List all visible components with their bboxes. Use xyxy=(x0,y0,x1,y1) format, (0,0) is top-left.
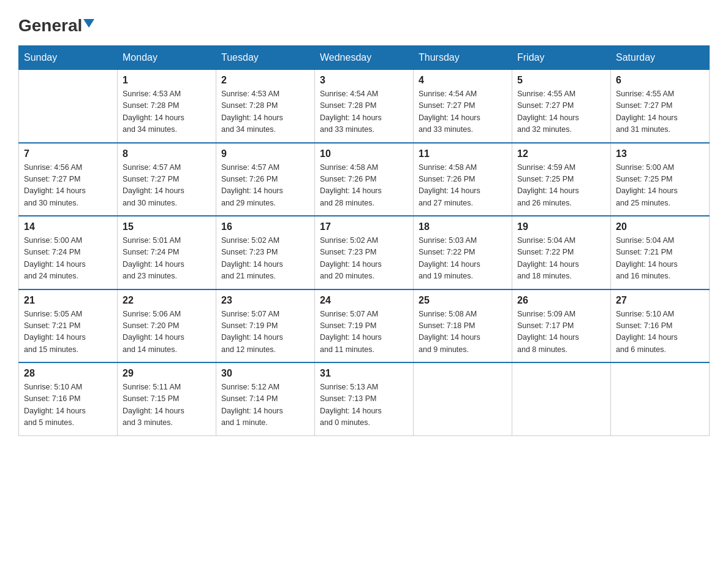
logo-triangle-icon xyxy=(83,19,94,28)
day-info: Sunrise: 4:55 AM Sunset: 7:27 PM Dayligh… xyxy=(616,88,704,136)
day-info: Sunrise: 4:55 AM Sunset: 7:27 PM Dayligh… xyxy=(517,88,605,136)
day-info: Sunrise: 5:03 AM Sunset: 7:22 PM Dayligh… xyxy=(419,235,507,283)
day-info: Sunrise: 5:12 AM Sunset: 7:14 PM Dayligh… xyxy=(221,381,309,429)
day-info: Sunrise: 5:00 AM Sunset: 7:24 PM Dayligh… xyxy=(24,235,112,283)
day-number: 14 xyxy=(24,221,112,232)
calendar-week-row: 28Sunrise: 5:10 AM Sunset: 7:16 PM Dayli… xyxy=(19,362,710,435)
day-info: Sunrise: 5:02 AM Sunset: 7:23 PM Dayligh… xyxy=(221,235,309,283)
day-info: Sunrise: 5:10 AM Sunset: 7:16 PM Dayligh… xyxy=(616,308,704,356)
calendar-day-cell: 9Sunrise: 4:57 AM Sunset: 7:26 PM Daylig… xyxy=(216,143,315,216)
day-number: 15 xyxy=(123,221,211,232)
calendar-day-cell: 13Sunrise: 5:00 AM Sunset: 7:25 PM Dayli… xyxy=(611,143,710,216)
calendar-day-cell: 4Sunrise: 4:54 AM Sunset: 7:27 PM Daylig… xyxy=(414,70,512,143)
calendar-week-row: 21Sunrise: 5:05 AM Sunset: 7:21 PM Dayli… xyxy=(19,289,710,363)
calendar-day-cell: 21Sunrise: 5:05 AM Sunset: 7:21 PM Dayli… xyxy=(19,289,118,363)
day-number: 22 xyxy=(123,295,211,306)
day-number: 29 xyxy=(123,368,211,379)
day-number: 6 xyxy=(616,75,704,86)
calendar-day-cell xyxy=(19,70,118,143)
calendar-header-row: SundayMondayTuesdayWednesdayThursdayFrid… xyxy=(19,46,710,70)
calendar-day-cell xyxy=(611,362,710,435)
calendar-header-wednesday: Wednesday xyxy=(315,46,414,70)
calendar-day-cell: 19Sunrise: 5:04 AM Sunset: 7:22 PM Dayli… xyxy=(512,216,611,289)
day-info: Sunrise: 4:53 AM Sunset: 7:28 PM Dayligh… xyxy=(221,88,309,136)
calendar-day-cell: 26Sunrise: 5:09 AM Sunset: 7:17 PM Dayli… xyxy=(512,289,611,363)
calendar-day-cell: 31Sunrise: 5:13 AM Sunset: 7:13 PM Dayli… xyxy=(315,362,414,435)
day-info: Sunrise: 5:13 AM Sunset: 7:13 PM Dayligh… xyxy=(320,381,408,429)
day-number: 17 xyxy=(320,221,408,232)
day-number: 25 xyxy=(419,295,507,306)
day-number: 28 xyxy=(24,368,112,379)
day-info: Sunrise: 5:10 AM Sunset: 7:16 PM Dayligh… xyxy=(24,381,112,429)
calendar-week-row: 1Sunrise: 4:53 AM Sunset: 7:28 PM Daylig… xyxy=(19,70,710,143)
calendar-day-cell: 24Sunrise: 5:07 AM Sunset: 7:19 PM Dayli… xyxy=(315,289,414,363)
day-number: 4 xyxy=(419,75,507,86)
calendar-day-cell: 23Sunrise: 5:07 AM Sunset: 7:19 PM Dayli… xyxy=(216,289,315,363)
calendar-header-tuesday: Tuesday xyxy=(216,46,315,70)
logo: General xyxy=(18,17,94,34)
calendar-day-cell: 2Sunrise: 4:53 AM Sunset: 7:28 PM Daylig… xyxy=(216,70,315,143)
calendar-day-cell: 29Sunrise: 5:11 AM Sunset: 7:15 PM Dayli… xyxy=(118,362,216,435)
day-number: 18 xyxy=(419,221,507,232)
day-info: Sunrise: 4:58 AM Sunset: 7:26 PM Dayligh… xyxy=(419,162,507,210)
day-info: Sunrise: 4:57 AM Sunset: 7:27 PM Dayligh… xyxy=(123,162,211,210)
calendar-day-cell: 6Sunrise: 4:55 AM Sunset: 7:27 PM Daylig… xyxy=(611,70,710,143)
day-number: 27 xyxy=(616,295,704,306)
day-info: Sunrise: 4:54 AM Sunset: 7:27 PM Dayligh… xyxy=(419,88,507,136)
calendar-day-cell: 17Sunrise: 5:02 AM Sunset: 7:23 PM Dayli… xyxy=(315,216,414,289)
calendar-day-cell xyxy=(512,362,611,435)
day-info: Sunrise: 5:04 AM Sunset: 7:21 PM Dayligh… xyxy=(616,235,704,283)
day-number: 7 xyxy=(24,148,112,159)
calendar-header-saturday: Saturday xyxy=(611,46,710,70)
calendar-day-cell: 18Sunrise: 5:03 AM Sunset: 7:22 PM Dayli… xyxy=(414,216,512,289)
day-info: Sunrise: 4:56 AM Sunset: 7:27 PM Dayligh… xyxy=(24,162,112,210)
day-number: 21 xyxy=(24,295,112,306)
day-info: Sunrise: 5:02 AM Sunset: 7:23 PM Dayligh… xyxy=(320,235,408,283)
calendar-week-row: 14Sunrise: 5:00 AM Sunset: 7:24 PM Dayli… xyxy=(19,216,710,289)
day-info: Sunrise: 5:09 AM Sunset: 7:17 PM Dayligh… xyxy=(517,308,605,356)
day-number: 3 xyxy=(320,75,408,86)
calendar-day-cell: 11Sunrise: 4:58 AM Sunset: 7:26 PM Dayli… xyxy=(414,143,512,216)
day-info: Sunrise: 4:59 AM Sunset: 7:25 PM Dayligh… xyxy=(517,162,605,210)
calendar-day-cell: 10Sunrise: 4:58 AM Sunset: 7:26 PM Dayli… xyxy=(315,143,414,216)
day-number: 23 xyxy=(221,295,309,306)
day-info: Sunrise: 4:58 AM Sunset: 7:26 PM Dayligh… xyxy=(320,162,408,210)
day-info: Sunrise: 4:53 AM Sunset: 7:28 PM Dayligh… xyxy=(123,88,211,136)
calendar-day-cell: 7Sunrise: 4:56 AM Sunset: 7:27 PM Daylig… xyxy=(19,143,118,216)
calendar-day-cell: 5Sunrise: 4:55 AM Sunset: 7:27 PM Daylig… xyxy=(512,70,611,143)
day-number: 9 xyxy=(221,148,309,159)
day-number: 13 xyxy=(616,148,704,159)
calendar-header-thursday: Thursday xyxy=(414,46,512,70)
day-info: Sunrise: 5:08 AM Sunset: 7:18 PM Dayligh… xyxy=(419,308,507,356)
calendar-week-row: 7Sunrise: 4:56 AM Sunset: 7:27 PM Daylig… xyxy=(19,143,710,216)
day-info: Sunrise: 5:00 AM Sunset: 7:25 PM Dayligh… xyxy=(616,162,704,210)
page-header: General xyxy=(18,12,710,34)
day-info: Sunrise: 4:57 AM Sunset: 7:26 PM Dayligh… xyxy=(221,162,309,210)
day-number: 11 xyxy=(419,148,507,159)
day-number: 26 xyxy=(517,295,605,306)
calendar-day-cell: 22Sunrise: 5:06 AM Sunset: 7:20 PM Dayli… xyxy=(118,289,216,363)
day-number: 8 xyxy=(123,148,211,159)
day-number: 19 xyxy=(517,221,605,232)
day-info: Sunrise: 5:04 AM Sunset: 7:22 PM Dayligh… xyxy=(517,235,605,283)
calendar-day-cell: 15Sunrise: 5:01 AM Sunset: 7:24 PM Dayli… xyxy=(118,216,216,289)
calendar-header-friday: Friday xyxy=(512,46,611,70)
day-info: Sunrise: 5:11 AM Sunset: 7:15 PM Dayligh… xyxy=(123,381,211,429)
calendar-day-cell: 25Sunrise: 5:08 AM Sunset: 7:18 PM Dayli… xyxy=(414,289,512,363)
day-number: 10 xyxy=(320,148,408,159)
day-number: 31 xyxy=(320,368,408,379)
day-number: 20 xyxy=(616,221,704,232)
day-number: 2 xyxy=(221,75,309,86)
day-number: 30 xyxy=(221,368,309,379)
day-info: Sunrise: 4:54 AM Sunset: 7:28 PM Dayligh… xyxy=(320,88,408,136)
day-number: 5 xyxy=(517,75,605,86)
calendar-day-cell: 1Sunrise: 4:53 AM Sunset: 7:28 PM Daylig… xyxy=(118,70,216,143)
calendar-day-cell: 28Sunrise: 5:10 AM Sunset: 7:16 PM Dayli… xyxy=(19,362,118,435)
calendar-header-sunday: Sunday xyxy=(19,46,118,70)
day-info: Sunrise: 5:05 AM Sunset: 7:21 PM Dayligh… xyxy=(24,308,112,356)
calendar-day-cell: 8Sunrise: 4:57 AM Sunset: 7:27 PM Daylig… xyxy=(118,143,216,216)
calendar-day-cell: 3Sunrise: 4:54 AM Sunset: 7:28 PM Daylig… xyxy=(315,70,414,143)
calendar-day-cell xyxy=(414,362,512,435)
logo-general: General xyxy=(18,17,82,34)
calendar-table: SundayMondayTuesdayWednesdayThursdayFrid… xyxy=(18,45,710,436)
